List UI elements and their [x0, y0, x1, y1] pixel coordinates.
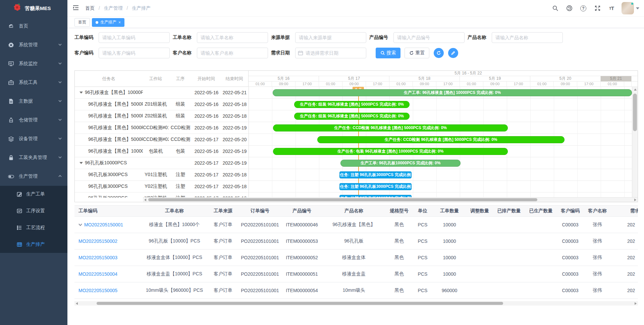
gantt-bar[interactable]: 生产任务: CCD检测 96孔移液盒 [黑色] 5000PCS 完成比例: 0%	[317, 136, 565, 143]
breadcrumb-home[interactable]: 首页	[85, 5, 95, 11]
sidebar-item-label: 系统管理	[19, 42, 58, 48]
table-row: MO202205150003 移液盒盒体【10000】PCS 客户订单 PO20…	[74, 250, 638, 266]
sidebar-item-master-data[interactable]: 主数据	[0, 92, 67, 111]
table-column-header: 单位	[413, 208, 433, 214]
sidebar-item-work-order[interactable]: 生产工单	[0, 186, 67, 203]
work-order-link[interactable]: MO202205150001	[84, 222, 123, 227]
breadcrumb-separator: /	[127, 5, 128, 11]
task-start-date: 2022-05-16	[192, 90, 221, 95]
sidebar-item-system-mgmt[interactable]: 系统管理	[0, 36, 67, 54]
cell-source: 客户订单	[208, 238, 238, 244]
search-button[interactable]: 搜索	[376, 48, 400, 58]
table-rows: MO202205150001 移液盒【黑色】10000个 客户订单 PO2022…	[74, 217, 638, 299]
app-logo[interactable]: 苦糖果MES	[0, 0, 67, 17]
sidebar-item-tooling[interactable]: 工装夹具管理	[0, 148, 67, 167]
task-start-date: 2022-05-17	[192, 172, 221, 177]
sidebar-fold-icon[interactable]	[72, 5, 79, 12]
sidebar-item-process-settings[interactable]: 工序设置	[0, 203, 67, 219]
gantt-bar[interactable]: 生产任务: CCD检测 96孔移液盒 [黑色] 5000PCS 完成比例: 0%	[273, 124, 508, 131]
gantt-hour-cell: 01:00	[460, 82, 483, 87]
work-order-name-input[interactable]	[197, 32, 268, 43]
sidebar-item-equipment[interactable]: 设备管理	[0, 129, 67, 148]
gantt-bar[interactable]: 生产工单: 96孔移液盒 [黑色] 10000PCS 完成比例: 0%	[273, 89, 632, 96]
product-code-input[interactable]	[393, 32, 465, 43]
task-start-date: 2022-05-16	[192, 113, 221, 119]
table-column-header: 需求日期	[611, 208, 638, 214]
gantt-day-cell: 5月 19	[460, 76, 530, 82]
scrollbar-thumb[interactable]	[633, 94, 637, 131]
scroll-right-arrow[interactable]	[633, 198, 638, 202]
cell-spec: 黑色	[386, 271, 413, 277]
cell-order-no: PO202205101001	[238, 288, 282, 293]
caret-down-icon[interactable]	[636, 7, 639, 9]
scrollbar-thumb[interactable]	[148, 198, 537, 201]
task-name: 96孔移液盒【黑色】5000PCS	[75, 113, 143, 119]
sidebar-item-system-tools[interactable]: 系统工具	[0, 73, 67, 92]
scrollbar-thumb[interactable]	[97, 302, 503, 305]
gantt-day-cell: 5月 16	[249, 76, 319, 82]
gantt-hour-cell: 01:00	[249, 82, 272, 87]
chevron-down-icon	[58, 99, 62, 104]
field-label: 工单名称	[173, 35, 197, 41]
gantt-bar[interactable]: 生产工单: 96孔孔板10000PCS 完成比例: 0%	[340, 160, 461, 167]
search-icon[interactable]	[551, 4, 559, 12]
tab-scheduling[interactable]: 生产排产 ×	[92, 18, 124, 27]
question-icon[interactable]: ?	[579, 4, 587, 12]
work-order-link[interactable]: MO202205150005	[78, 288, 117, 293]
task-workstation: Y01注塑机	[143, 172, 169, 178]
product-name-input[interactable]	[492, 32, 563, 43]
sidebar-item-scheduling[interactable]: 生产排产	[0, 236, 67, 253]
cell-work-order-name: 10mm吸头【960000】PCS	[141, 287, 208, 293]
edit-button[interactable]	[448, 48, 458, 58]
sidebar-item-system-monitor[interactable]: 系统监控	[0, 54, 67, 73]
cell-unit: PCS	[413, 238, 433, 244]
reset-button[interactable]: 重置	[405, 48, 429, 58]
fullscreen-icon[interactable]	[593, 4, 601, 12]
source-doc-input[interactable]	[295, 32, 366, 43]
task-process: CCD检测	[169, 125, 192, 131]
work-order-table: 工单编码工单名称工单来源订单编号产品编号产品名称规格型号单位工单数量调整数量已排…	[74, 205, 638, 299]
gear-icon	[8, 42, 14, 48]
avatar[interactable]	[622, 2, 634, 14]
sidebar-item-production[interactable]: 生产管理	[0, 167, 67, 186]
work-order-link[interactable]: MO202205150002	[78, 238, 117, 244]
work-order-link[interactable]: MO202205150003	[78, 255, 117, 260]
scroll-right-arrow[interactable]	[633, 301, 638, 306]
customer-name-input[interactable]	[197, 48, 268, 58]
scroll-left-arrow[interactable]	[143, 198, 148, 202]
gantt-bar[interactable]: 生产任务: 注塑 96孔孔板3000PCS 完成比例: 0%	[339, 171, 412, 178]
task-start-date: 2022-05-17	[192, 160, 221, 166]
table-column-header: 已生产数量	[525, 208, 557, 214]
cell-work-order-code: MO202205150004	[74, 271, 141, 277]
sidebar-item-warehouse[interactable]: 仓储管理	[0, 111, 67, 129]
table-column-header: 规格型号	[386, 208, 413, 214]
task-start-date: 2022-05-17	[192, 137, 221, 142]
customer-code-input[interactable]	[99, 48, 170, 58]
gantt-hour-cell: 09:00	[413, 82, 436, 87]
table-column-header: 已排产数量	[493, 208, 525, 214]
scroll-left-arrow[interactable]	[74, 301, 79, 306]
demand-date-input[interactable]	[295, 48, 366, 58]
field-label: 产品编号	[369, 35, 393, 41]
work-order-code-input[interactable]	[99, 32, 170, 43]
font-size-icon[interactable]: TT	[607, 4, 615, 12]
task-workstation: Z01组装机	[143, 101, 169, 107]
breadcrumb-production[interactable]: 生产管理	[104, 5, 123, 11]
gantt-bar[interactable]: 生产任务: 包装 96孔移液盒 [黑色] 10000PCS 完成比例: 0%	[273, 148, 508, 155]
sidebar-item-process-flow[interactable]: 工艺流程	[0, 219, 67, 236]
github-icon[interactable]	[565, 4, 573, 12]
gantt-hour-cell	[624, 82, 632, 87]
gantt-timeline: 今天 生产工单: 96孔移液盒 [黑色] 10000PCS 完成比例: 0%生产…	[249, 87, 632, 198]
chevron-down-icon[interactable]	[78, 223, 82, 226]
refresh-button[interactable]	[434, 48, 444, 58]
gantt-bar[interactable]: 生产任务: 组装 96孔移液盒 [黑色] 5000PCS 完成比例: 0%	[294, 101, 410, 108]
gantt-bar[interactable]: 生产任务: 注塑 96孔孔板3000PCS 完成比例: 0%	[339, 183, 412, 190]
calendar-icon	[298, 50, 303, 57]
gantt-bar[interactable]: 生产任务: 组装 96孔移液盒 [黑色] 5000PCS 完成比例: 0%	[294, 113, 410, 120]
sidebar-item-home[interactable]: 首页	[0, 17, 67, 36]
close-icon[interactable]: ×	[118, 20, 121, 25]
work-order-link[interactable]: MO202205150004	[78, 271, 117, 277]
scroll-up-arrow[interactable]	[632, 87, 638, 92]
cell-customer-code: C00003	[557, 255, 584, 260]
tab-home[interactable]: 首页	[74, 18, 90, 27]
